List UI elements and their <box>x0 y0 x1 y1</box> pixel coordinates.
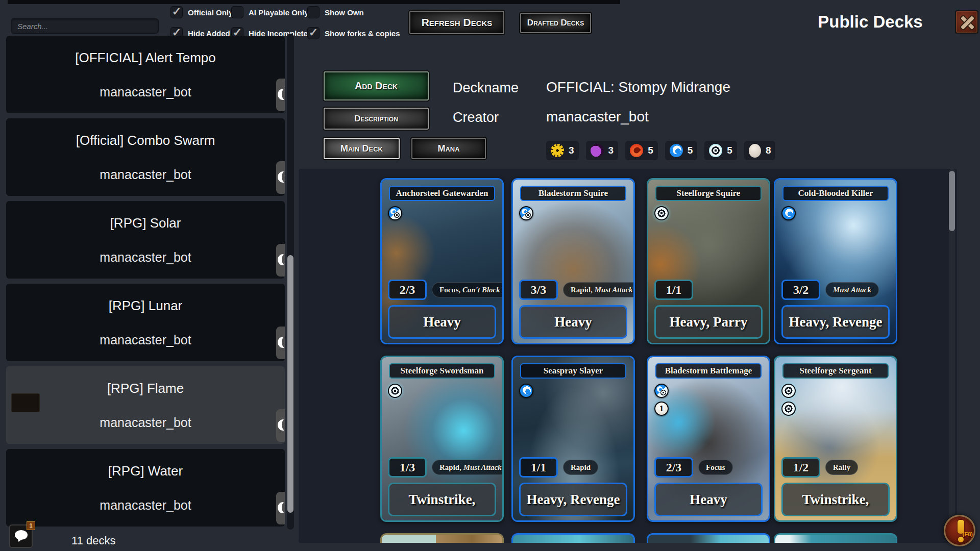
mana-cost-water-icon <box>781 206 796 220</box>
card-steelforge-sergeant[interactable]: Steelforge Sergeant1/2RallyTwinstrike, H… <box>774 356 897 522</box>
main-deck-tab[interactable]: Main Deck <box>324 138 400 159</box>
card-stats: 1/2 <box>781 457 820 478</box>
deck-list-item-official-combo-swarm[interactable]: [Official] Combo Swarmmanacaster_bot <box>6 118 285 196</box>
deck-name: [OFFICIAL] Alert Tempo <box>6 50 285 66</box>
deck-list-item-rpg-flame[interactable]: [RPG] Flamemanacaster_bot <box>6 366 285 444</box>
mana-tab[interactable]: Mana <box>411 138 486 159</box>
deck-list-item-official-alert-tempo[interactable]: [OFFICIAL] Alert Tempomanacaster_bot <box>6 36 285 113</box>
deck-name: [RPG] Solar <box>6 215 285 231</box>
deck-item-side-button[interactable] <box>276 409 285 442</box>
deck-creator: manacaster_bot <box>6 333 285 347</box>
partial-card[interactable] <box>647 533 770 543</box>
keyword: Must Attack <box>463 463 502 471</box>
refresh-decks-button[interactable]: Refresh Decks <box>409 11 504 34</box>
deck-name: [RPG] Lunar <box>6 298 285 314</box>
card-bladestorm-squire[interactable]: Bladestorm Squire3/3Rapid, Must AttackHe… <box>511 178 635 344</box>
card-ability: Twinstrike, Heavy <box>781 483 890 516</box>
mana-count: 8 <box>766 145 771 156</box>
checkbox-official-only[interactable]: ✓ <box>170 6 183 18</box>
card-keywords: Rapid <box>563 460 598 475</box>
deck-list-item-rpg-lunar[interactable]: [RPG] Lunarmanacaster_bot <box>6 284 285 361</box>
checkbox-column: ✓Official Only✓Hide Added <box>170 6 233 39</box>
mana-count: 5 <box>688 145 693 156</box>
card-steelforge-swordsman[interactable]: Steelforge Swordsman1/3Rapid, Must Attac… <box>380 356 504 522</box>
deck-creator: manacaster_bot <box>6 85 285 99</box>
card-stats: 2/3 <box>388 280 427 300</box>
card-steelforge-squire[interactable]: Steelforge Squire1/1Heavy, Parry <box>647 178 770 344</box>
sidebar-scrollbar-track[interactable] <box>287 34 294 530</box>
card-stats: 2/3 <box>654 457 693 478</box>
card-costs: 1 <box>654 384 669 416</box>
deck-item-side-button[interactable] <box>276 161 285 194</box>
mana-cost-steel-icon <box>781 402 796 416</box>
close-button[interactable] <box>955 10 978 34</box>
crescent-icon <box>278 419 285 431</box>
mana-pill-solar: 3 <box>546 141 579 160</box>
filter-show-forks-copies[interactable]: ✓Show forks & copies <box>307 27 400 39</box>
description-button[interactable]: Description <box>324 108 429 130</box>
keyword: Must Attack <box>595 286 633 294</box>
deck-item-side-button[interactable] <box>276 79 285 111</box>
neutral-mana-icon <box>749 144 761 158</box>
checkbox-show-own[interactable] <box>307 6 320 18</box>
keyword: Focus <box>706 463 725 471</box>
add-deck-button[interactable]: Add Deck <box>324 71 429 101</box>
card-keywords: Must Attack <box>825 282 879 297</box>
deck-creator: manacaster_bot <box>6 415 285 430</box>
card-bladestorm-battlemage[interactable]: Bladestorm Battlemage12/3FocusHeavy <box>647 356 770 522</box>
deck-list-item-rpg-solar[interactable]: [RPG] Solarmanacaster_bot <box>6 201 285 279</box>
mana-pill-water: 5 <box>665 141 698 160</box>
keyword: Must Attack <box>833 286 871 294</box>
card-anchorsteel-gatewarden[interactable]: Anchorsteel Gatewarden2/3Focus, Can't Bl… <box>380 178 504 344</box>
warning-hotkey-label: (F8) <box>963 531 973 537</box>
mana-cost-water-icon <box>519 384 533 398</box>
card-stats: 1/1 <box>654 280 693 300</box>
mana-cost-generic-icon: 1 <box>654 402 669 416</box>
deck-list-item-rpg-water[interactable]: [RPG] Watermanacaster_bot <box>6 449 285 527</box>
filter-show-own[interactable]: Show Own <box>307 6 400 18</box>
cards-scrollbar-track[interactable] <box>949 169 955 543</box>
mana-pill-neutral: 8 <box>744 141 776 160</box>
crescent-icon <box>278 89 285 100</box>
partial-card[interactable] <box>511 533 635 543</box>
deck-item-side-button[interactable] <box>276 244 285 277</box>
card-ability: Heavy <box>654 483 763 516</box>
partial-card[interactable] <box>380 533 504 543</box>
keyword: Rapid, <box>439 463 463 471</box>
partial-card[interactable] <box>774 533 897 543</box>
checkbox-show-forks-copies[interactable]: ✓ <box>307 27 320 39</box>
card-grid: Anchorsteel Gatewarden2/3Focus, Can't Bl… <box>299 169 957 543</box>
flame-mana-icon <box>630 144 643 157</box>
cards-scrollbar-thumb[interactable] <box>949 171 955 231</box>
filter-official-only[interactable]: ✓Official Only <box>170 6 233 18</box>
chat-button[interactable]: 1 <box>9 524 33 548</box>
card-costs <box>388 206 402 220</box>
card-title: Anchorsteel Gatewarden <box>389 186 495 201</box>
filter-ai-playable-only[interactable]: AI Playable Only <box>231 6 309 18</box>
crescent-icon <box>278 337 285 348</box>
card-title: Bladestorm Squire <box>520 186 626 201</box>
mana-pill-steel: 5 <box>704 141 737 160</box>
chat-badge: 1 <box>27 521 35 530</box>
card-keywords: Rally <box>825 460 858 475</box>
card-cold-blooded-killer[interactable]: Cold-Blooded Killer3/2Must AttackHeavy, … <box>774 178 897 344</box>
deck-item-thumbnail <box>11 393 40 412</box>
deckname-label: Deckname <box>453 80 519 96</box>
checkbox-ai-playable-only[interactable] <box>231 6 243 18</box>
card-seaspray-slayer[interactable]: Seaspray Slayer1/1RapidHeavy, Revenge <box>511 356 635 522</box>
deck-item-side-button[interactable] <box>276 492 285 524</box>
exclamation-icon <box>958 537 964 542</box>
steel-mana-icon <box>709 144 722 157</box>
drafted-decks-button[interactable]: Drafted Decks <box>520 13 591 33</box>
checkbox-label: Show Own <box>325 8 364 17</box>
warning-button[interactable]: (F8) <box>944 515 975 546</box>
mana-count: 3 <box>608 145 614 156</box>
deck-item-side-button[interactable] <box>276 327 285 359</box>
card-costs <box>519 206 533 220</box>
mana-pill-flame: 5 <box>625 141 658 160</box>
mana-cost-water-steel-icon <box>388 206 402 220</box>
checkbox-label: Show forks & copies <box>325 29 400 38</box>
mana-cost-steel-icon <box>654 206 669 220</box>
sidebar-scrollbar-thumb[interactable] <box>287 255 293 513</box>
search-input[interactable] <box>11 18 159 34</box>
